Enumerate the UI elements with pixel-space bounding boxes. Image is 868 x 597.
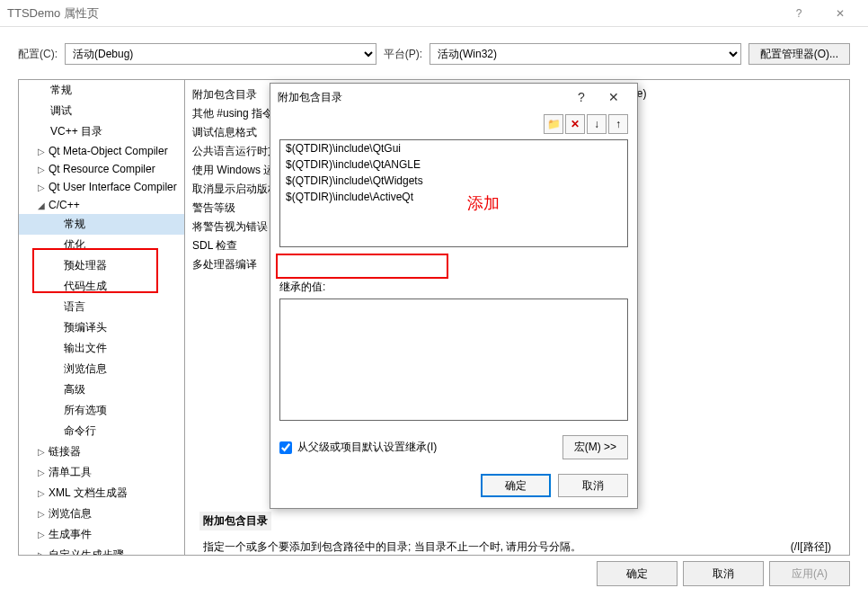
platform-label: 平台(P): [384,47,422,62]
close-button[interactable]: ✕ [819,0,861,27]
property-label: 附加包含目录 [192,87,282,102]
window-title: TTSDemo 属性页 [7,5,778,22]
dialog-help-button[interactable]: ? [565,84,598,111]
new-folder-icon[interactable]: 📁 [544,114,563,134]
tree-item[interactable]: 命令行 [19,421,184,441]
tree-item[interactable]: ◢C/C++ [19,196,184,214]
ok-button[interactable]: 确定 [597,561,678,586]
tree-item-label: 所有选项 [64,403,107,418]
config-manager-button[interactable]: 配置管理器(O)... [748,43,850,65]
tree-item-label: 调试 [50,103,72,119]
inherited-values-list[interactable] [279,298,628,421]
include-dirs-dialog: 附加包含目录 ? ✕ 📁 ✕ ↓ ↑ $(QTDIR)\include\QtGu… [270,83,638,509]
list-item[interactable]: $(QTDIR)\include\QtGui [280,140,627,156]
tree-item[interactable]: ▷清单工具 [19,462,184,483]
footer-property-name: 附加包含目录 [199,512,271,530]
move-up-icon[interactable]: ↑ [608,114,628,134]
config-select[interactable]: 活动(Debug) [65,43,376,65]
move-down-icon[interactable]: ↓ [587,114,607,134]
tree-item-label: 命令行 [64,423,96,439]
tree-item-label: 清单工具 [49,465,92,480]
list-item[interactable]: $(QTDIR)\include\ActiveQt [280,189,627,205]
tree-item[interactable]: 高级 [19,379,184,400]
navigation-tree[interactable]: 常规调试VC++ 目录▷Qt Meta-Object Compiler▷Qt R… [19,80,185,555]
macro-button[interactable]: 宏(M) >> [562,435,628,459]
tree-item[interactable]: 语言 [19,297,184,317]
tree-item-label: XML 文档生成器 [49,486,128,501]
expand-icon[interactable]: ▷ [38,509,49,519]
tree-item-label: 常规 [64,217,85,232]
tree-item-label: 浏览信息 [49,506,92,521]
expand-icon[interactable]: ▷ [38,447,49,457]
dialog-cancel-button[interactable]: 取消 [558,474,628,497]
tree-item-label: 浏览信息 [64,361,107,377]
expand-icon[interactable]: ▷ [38,488,49,498]
dialog-toolbar: 📁 ✕ ↓ ↑ [270,111,637,138]
expand-icon[interactable]: ▷ [38,183,49,192]
tree-item[interactable]: ▷Qt Meta-Object Compiler [19,142,184,160]
property-label: 公共语言运行时支持 [192,144,282,159]
expand-icon[interactable]: ▷ [38,550,49,555]
config-toolbar: 配置(C): 活动(Debug) 平台(P): 活动(Win32) 配置管理器(… [0,27,868,72]
tree-item[interactable]: VC++ 目录 [19,121,184,142]
tree-item[interactable]: ▷生成事件 [19,524,184,545]
inherit-checkbox-label: 从父级或项目默认设置继承(I) [297,440,437,455]
tree-item-label: 自定义生成步骤 [49,548,124,555]
property-label: 其他 #using 指令 [192,106,282,121]
expand-icon[interactable]: ◢ [38,200,49,210]
tree-item[interactable]: 调试 [19,101,184,121]
property-label: 取消显示启动版权标志 [192,182,282,197]
tree-item[interactable]: 所有选项 [19,400,184,421]
list-item[interactable]: $(QTDIR)\include\QtANGLE [280,156,627,173]
dialog-close-button[interactable]: ✕ [598,84,630,111]
apply-button[interactable]: 应用(A) [769,561,850,586]
tree-item-label: VC++ 目录 [50,124,102,139]
property-label: 将警告视为错误 [192,219,282,235]
property-label: 使用 Windows 运行时扩展 [192,163,282,178]
tree-item-label: 链接器 [49,444,81,459]
tree-item-label: Qt Resource Compiler [49,163,155,175]
tree-item[interactable]: 预编译头 [19,317,184,338]
dialog-titlebar: 附加包含目录 ? ✕ [270,84,637,111]
window-titlebar: TTSDemo 属性页 ? ✕ [0,0,868,27]
dialog-title: 附加包含目录 [278,90,565,105]
tree-item[interactable]: ▷自定义生成步骤 [19,545,184,555]
tree-item[interactable]: 浏览信息 [19,359,184,379]
tree-item[interactable]: ▷链接器 [19,441,184,462]
annotation-box-list [276,254,448,279]
tree-item-label: 生成事件 [49,527,92,542]
tree-item[interactable]: ▷Qt User Interface Compiler [19,178,184,196]
tree-item-label: C/C++ [49,199,80,211]
include-dirs-list[interactable]: $(QTDIR)\include\QtGui$(QTDIR)\include\Q… [279,139,628,247]
tree-item[interactable]: ▷XML 文档生成器 [19,483,184,503]
expand-icon[interactable]: ▷ [38,530,49,539]
tree-item-label: 高级 [64,382,85,397]
expand-icon[interactable]: ▷ [38,165,49,174]
tree-item-label: 预编译头 [64,320,107,335]
dialog-ok-button[interactable]: 确定 [481,474,551,497]
expand-icon[interactable]: ▷ [38,468,49,477]
config-label: 配置(C): [18,47,58,62]
tree-item-label: Qt User Interface Compiler [49,181,177,193]
list-item[interactable]: $(QTDIR)\include\QtWidgets [280,173,627,189]
inherit-checkbox[interactable] [279,441,292,454]
tree-item-label: Qt Meta-Object Compiler [49,145,168,157]
delete-icon[interactable]: ✕ [565,114,585,134]
tree-item[interactable]: 常规 [19,214,184,235]
tree-item[interactable]: 常规 [19,80,184,101]
tree-item[interactable]: ▷Qt Resource Compiler [19,160,184,178]
property-label: 警告等级 [192,200,282,216]
footer-property-hint: (/I[路径]) [787,538,835,555]
main-button-row: 确定 取消 应用(A) [597,561,850,586]
help-button[interactable]: ? [778,0,819,27]
tree-item[interactable]: ▷浏览信息 [19,503,184,524]
expand-icon[interactable]: ▷ [38,147,49,156]
footer-property-desc: 指定一个或多个要添加到包含路径中的目录; 当目录不止一个时, 请用分号分隔。 [199,538,585,555]
tree-item[interactable]: 输出文件 [19,338,184,359]
tree-item-label: 常规 [50,83,72,98]
property-label: 多处理器编译 [192,257,282,272]
platform-select[interactable]: 活动(Win32) [430,43,741,65]
tree-item-label: 输出文件 [64,341,107,356]
property-label: 调试信息格式 [192,125,282,140]
cancel-button[interactable]: 取消 [683,561,764,586]
